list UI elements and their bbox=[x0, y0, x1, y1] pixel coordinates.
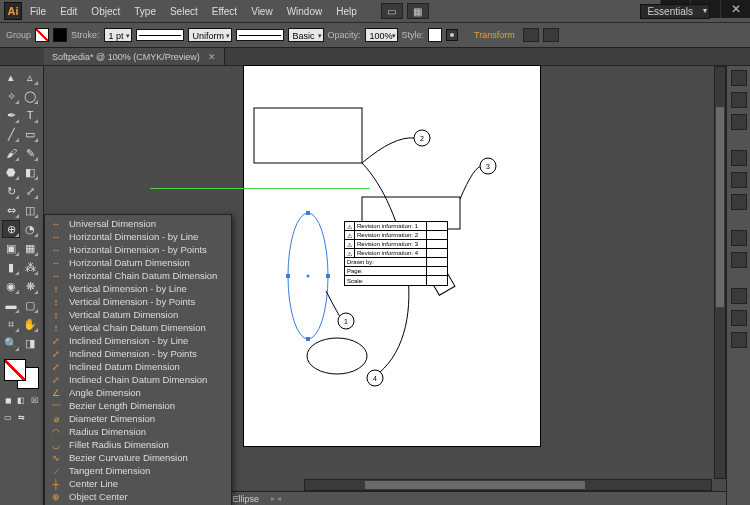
stroke-weight-field[interactable]: 1 pt bbox=[104, 28, 132, 42]
gradient-tool[interactable]: ▮ bbox=[2, 258, 20, 276]
flyout-item[interactable]: ∿Bezier Curvature Dimension bbox=[45, 451, 231, 464]
fill-stroke-well[interactable] bbox=[2, 357, 41, 391]
stroke-swatch[interactable] bbox=[53, 28, 67, 42]
transform-link[interactable]: Transform bbox=[474, 30, 515, 40]
flyout-item[interactable]: ┼Center Line bbox=[45, 477, 231, 490]
recolor-button[interactable] bbox=[446, 29, 458, 41]
pen-tool[interactable]: ✒ bbox=[2, 106, 20, 124]
vertical-scrollbar[interactable] bbox=[714, 66, 726, 479]
menu-file[interactable]: File bbox=[24, 4, 52, 19]
stroke-profile[interactable] bbox=[136, 29, 184, 41]
panel-icon-k[interactable] bbox=[731, 332, 747, 348]
opacity-field[interactable]: 100% bbox=[365, 28, 398, 42]
workspace-selector[interactable]: Essentials bbox=[640, 4, 710, 19]
symbol-sprayer-tool[interactable]: ❋ bbox=[21, 277, 39, 295]
layout-icon[interactable]: ▭ bbox=[381, 3, 403, 19]
color-mode-gradient[interactable]: ◧ bbox=[15, 394, 27, 406]
color-mode-none[interactable]: ☒ bbox=[28, 394, 40, 406]
panel-icon-j[interactable] bbox=[731, 310, 747, 326]
artboard[interactable]: 2 3 1 4 ⚠Revision information: 1 ⚠Revisi… bbox=[244, 66, 540, 446]
status-nav-icon[interactable]: ▸ ◂ bbox=[271, 494, 281, 503]
perspective-tool[interactable]: ▣ bbox=[2, 239, 20, 257]
rotate-tool[interactable]: ↻ bbox=[2, 182, 20, 200]
zoom-tool[interactable]: 🔍 bbox=[2, 334, 20, 352]
width-profile-select[interactable]: Uniform bbox=[188, 28, 232, 42]
close-tab-icon[interactable]: ✕ bbox=[208, 52, 216, 62]
free-transform-tool[interactable]: ◫ bbox=[21, 201, 39, 219]
panel-icon-h[interactable] bbox=[731, 252, 747, 268]
fill-color-box[interactable] bbox=[4, 359, 26, 381]
artboard-tool[interactable]: ▢ bbox=[21, 296, 39, 314]
panel-icon-a[interactable] bbox=[731, 70, 747, 86]
mesh-tool[interactable]: ▦ bbox=[21, 239, 39, 257]
panel-icon-b[interactable] bbox=[731, 92, 747, 108]
flyout-item[interactable]: ↔Horizontal Dimension - by Points bbox=[45, 243, 231, 256]
extra-tool-a[interactable]: ◨ bbox=[21, 334, 39, 352]
screen-mode-normal[interactable]: ▭ bbox=[2, 411, 14, 423]
eraser-tool[interactable]: ◧ bbox=[21, 163, 39, 181]
flyout-item[interactable]: ↔Horizontal Datum Dimension bbox=[45, 256, 231, 269]
line-tool[interactable]: ╱ bbox=[2, 125, 20, 143]
slice-tool[interactable]: ⌗ bbox=[2, 315, 20, 333]
flyout-item[interactable]: ↔Horizontal Chain Datum Dimension bbox=[45, 269, 231, 282]
menu-help[interactable]: Help bbox=[330, 4, 363, 19]
screen-mode-switch[interactable]: ⇆ bbox=[15, 411, 27, 423]
eyedropper-tool[interactable]: ⁂ bbox=[21, 258, 39, 276]
flyout-item[interactable]: ↔Universal Dimension bbox=[45, 217, 231, 230]
flyout-item[interactable]: ↔Horizontal Dimension - by Line bbox=[45, 230, 231, 243]
flyout-item[interactable]: ⌀Diameter Dimension bbox=[45, 412, 231, 425]
flyout-item[interactable]: ⤢Inclined Dimension - by Points bbox=[45, 347, 231, 360]
horizontal-scrollbar[interactable] bbox=[304, 479, 712, 491]
menu-type[interactable]: Type bbox=[128, 4, 162, 19]
flyout-item[interactable]: ⤢Inclined Dimension - by Line bbox=[45, 334, 231, 347]
blend-tool[interactable]: ◉ bbox=[2, 277, 20, 295]
graph-tool[interactable]: ▬ bbox=[2, 296, 20, 314]
menu-select[interactable]: Select bbox=[164, 4, 204, 19]
flyout-item[interactable]: ↕Vertical Dimension - by Line bbox=[45, 282, 231, 295]
pencil-tool[interactable]: ✎ bbox=[21, 144, 39, 162]
transform-panel-icon[interactable] bbox=[543, 28, 559, 42]
panel-icon-c[interactable] bbox=[731, 114, 747, 130]
menu-view[interactable]: View bbox=[245, 4, 279, 19]
flyout-item[interactable]: 〰Bezier Length Dimension bbox=[45, 399, 231, 412]
flyout-item[interactable]: ⟋Tangent Dimension bbox=[45, 464, 231, 477]
window-close-button[interactable]: ✕ bbox=[720, 0, 750, 18]
blob-brush-tool[interactable]: ⬣ bbox=[2, 163, 20, 181]
width-tool[interactable]: ⇔ bbox=[2, 201, 20, 219]
lasso-tool[interactable]: ◯ bbox=[21, 87, 39, 105]
document-tab[interactable]: Softpedia* @ 100% (CMYK/Preview) ✕ bbox=[44, 48, 225, 65]
panel-icon-e[interactable] bbox=[731, 172, 747, 188]
color-mode-solid[interactable]: ◼ bbox=[2, 394, 14, 406]
flyout-item[interactable]: ∠Angle Dimension bbox=[45, 386, 231, 399]
selection-tool[interactable]: ▴ bbox=[2, 68, 20, 86]
rectangle-tool[interactable]: ▭ bbox=[21, 125, 39, 143]
flyout-item[interactable]: ◡Fillet Radius Dimension bbox=[45, 438, 231, 451]
brush-definition[interactable] bbox=[236, 29, 284, 41]
flyout-item[interactable]: ↕Vertical Dimension - by Points bbox=[45, 295, 231, 308]
menu-edit[interactable]: Edit bbox=[54, 4, 83, 19]
brush-select[interactable]: Basic bbox=[288, 28, 324, 42]
menu-object[interactable]: Object bbox=[85, 4, 126, 19]
flyout-item[interactable]: ⊕Object Center bbox=[45, 490, 231, 503]
panel-icon-f[interactable] bbox=[731, 194, 747, 210]
panel-icon-g[interactable] bbox=[731, 230, 747, 246]
flyout-item[interactable]: ◠Radius Dimension bbox=[45, 425, 231, 438]
arrange-icon[interactable]: ▦ bbox=[407, 3, 429, 19]
flyout-item[interactable]: ⤢Inclined Chain Datum Dimension bbox=[45, 373, 231, 386]
shape-builder-tool[interactable]: ◔ bbox=[21, 220, 39, 238]
fill-swatch[interactable] bbox=[35, 28, 49, 42]
magic-wand-tool[interactable]: ✧ bbox=[2, 87, 20, 105]
paintbrush-tool[interactable]: 🖌 bbox=[2, 144, 20, 162]
panel-icon-d[interactable] bbox=[731, 150, 747, 166]
menu-window[interactable]: Window bbox=[281, 4, 329, 19]
scale-tool[interactable]: ⤢ bbox=[21, 182, 39, 200]
flyout-item[interactable]: ↕Vertical Datum Dimension bbox=[45, 308, 231, 321]
align-panel-icon[interactable] bbox=[523, 28, 539, 42]
direct-selection-tool[interactable]: ▵ bbox=[21, 68, 39, 86]
cad-dimension-tool[interactable]: ⊕ bbox=[2, 220, 20, 238]
graphic-style-swatch[interactable] bbox=[428, 28, 442, 42]
type-tool[interactable]: T bbox=[21, 106, 39, 124]
hand-tool[interactable]: ✋ bbox=[21, 315, 39, 333]
flyout-item[interactable]: ↕Vertical Chain Datum Dimension bbox=[45, 321, 231, 334]
flyout-item[interactable]: ⤢Inclined Datum Dimension bbox=[45, 360, 231, 373]
